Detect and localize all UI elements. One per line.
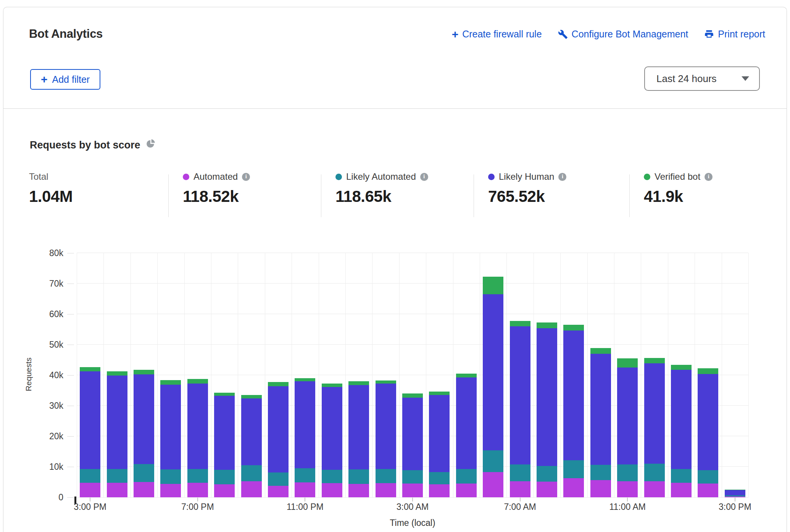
bar-segment-likely-human	[725, 490, 745, 495]
info-icon[interactable]: i	[420, 173, 428, 181]
x-tick-label: 11:00 AM	[597, 502, 658, 512]
x-tick-mark	[305, 498, 305, 501]
bar-segment-likely-automated	[80, 469, 100, 483]
print-report-link[interactable]: Print report	[704, 29, 765, 40]
y-tick-label: 20k	[37, 431, 63, 442]
bar-stack[interactable]	[241, 395, 262, 497]
bar-stack[interactable]	[671, 365, 692, 497]
bar-segment-verified-bot	[483, 277, 503, 294]
bar-slot-9:00 PM	[238, 395, 264, 497]
info-icon[interactable]: i	[705, 173, 713, 181]
bar-stack[interactable]	[322, 384, 342, 497]
bar-segment-likely-human	[241, 398, 262, 465]
bar-stack[interactable]	[80, 367, 100, 497]
bar-segment-automated	[483, 472, 503, 497]
bar-segment-likely-automated	[429, 472, 450, 484]
y-gridline	[77, 344, 748, 345]
bar-segment-likely-automated	[322, 470, 342, 483]
bar-slot-3:00 PM	[722, 490, 748, 497]
info-icon[interactable]: i	[558, 173, 566, 181]
bar-stack[interactable]	[134, 370, 154, 497]
bar-slot-8:00 PM	[211, 393, 238, 497]
stat-likely-automated[interactable]: Likely Automated i 118.65k	[335, 171, 428, 206]
bar-segment-likely-human	[402, 398, 423, 470]
configure-bot-management-link[interactable]: Configure Bot Management	[558, 29, 688, 40]
bar-segment-verified-bot	[617, 358, 638, 368]
bar-stack[interactable]	[348, 381, 369, 497]
bar-segment-verified-bot	[107, 371, 127, 375]
bar-stack[interactable]	[510, 321, 530, 497]
stats-divider	[321, 174, 321, 217]
stat-verified-bot-label: Verified bot	[655, 171, 700, 182]
bar-segment-automated	[671, 483, 692, 497]
stat-likely-human-label: Likely Human	[499, 171, 554, 182]
x-tick-mark	[197, 498, 198, 501]
bar-stack[interactable]	[160, 380, 181, 497]
y-tick-mark	[67, 314, 74, 314]
bar-slot-2:00 PM	[695, 368, 721, 497]
bar-segment-likely-automated	[214, 470, 235, 484]
bar-stack[interactable]	[617, 358, 638, 497]
stat-likely-human[interactable]: Likely Human i 765.52k	[488, 171, 566, 206]
bar-stack[interactable]	[563, 325, 584, 497]
bar-stack[interactable]	[268, 382, 289, 497]
x-tick-mark	[735, 498, 735, 501]
bar-segment-likely-automated	[402, 470, 423, 484]
stats-divider	[474, 174, 474, 217]
bar-segment-automated	[644, 481, 665, 497]
bar-slot-1:00 PM	[668, 365, 695, 497]
stat-total: Total 1.04M	[29, 171, 73, 206]
stat-likely-human-value: 765.52k	[488, 187, 566, 206]
info-icon[interactable]: i	[242, 173, 250, 181]
create-firewall-rule-link[interactable]: + Create firewall rule	[452, 29, 542, 40]
bar-segment-automated	[698, 484, 718, 497]
bot-analytics-card: Bot Analytics + Create firewall rule Con…	[3, 7, 787, 532]
printer-icon	[704, 29, 714, 39]
bar-segment-likely-automated	[160, 469, 181, 484]
bar-stack[interactable]	[590, 348, 611, 497]
page-title: Bot Analytics	[29, 27, 103, 41]
bar-segment-verified-bot	[590, 348, 611, 354]
bar-segment-likely-human	[322, 387, 342, 470]
bar-slot-11:00 PM	[292, 378, 318, 497]
bar-segment-likely-human	[134, 374, 154, 464]
bar-segment-likely-human	[483, 294, 503, 450]
bar-stack[interactable]	[644, 358, 665, 497]
bar-stack[interactable]	[725, 490, 745, 497]
likely-automated-legend-dot	[335, 174, 342, 180]
bar-stack[interactable]	[295, 378, 315, 497]
bar-segment-verified-bot	[134, 370, 154, 374]
bar-stack[interactable]	[537, 322, 557, 497]
print-report-label: Print report	[718, 29, 765, 40]
x-tick-label: 3:00 PM	[705, 502, 766, 512]
bar-segment-likely-automated	[537, 466, 557, 482]
bar-stack[interactable]	[402, 393, 423, 497]
bar-stack[interactable]	[483, 277, 503, 497]
bar-stack[interactable]	[214, 393, 235, 497]
bar-segment-likely-automated	[483, 450, 503, 472]
bar-segment-automated	[563, 478, 584, 497]
bar-segment-automated	[429, 484, 450, 497]
bar-segment-verified-bot	[429, 392, 450, 395]
bar-stack[interactable]	[376, 380, 396, 497]
add-filter-button[interactable]: + Add filter	[30, 69, 100, 90]
wrench-icon	[558, 29, 568, 39]
bar-stack[interactable]	[429, 392, 450, 497]
bar-segment-verified-bot	[671, 365, 692, 370]
stat-verified-bot[interactable]: Verified bot i 41.9k	[644, 171, 713, 206]
bar-stack[interactable]	[107, 371, 127, 497]
bar-segment-likely-automated	[698, 470, 718, 484]
bar-slot-7:00 AM	[506, 321, 533, 497]
x-gridline	[722, 253, 722, 497]
bar-segment-likely-automated	[134, 464, 154, 482]
y-tick-mark	[67, 375, 74, 376]
bar-segment-verified-bot	[402, 393, 423, 398]
time-range-select[interactable]: Last 24 hours	[644, 66, 760, 91]
bar-segment-likely-automated	[671, 469, 692, 482]
bar-stack[interactable]	[456, 374, 477, 497]
bar-stack[interactable]	[698, 368, 718, 497]
y-tick-mark	[67, 436, 74, 437]
bar-stack[interactable]	[187, 379, 208, 497]
stat-automated[interactable]: Automated i 118.52k	[183, 171, 250, 206]
bar-segment-likely-human	[537, 328, 557, 466]
